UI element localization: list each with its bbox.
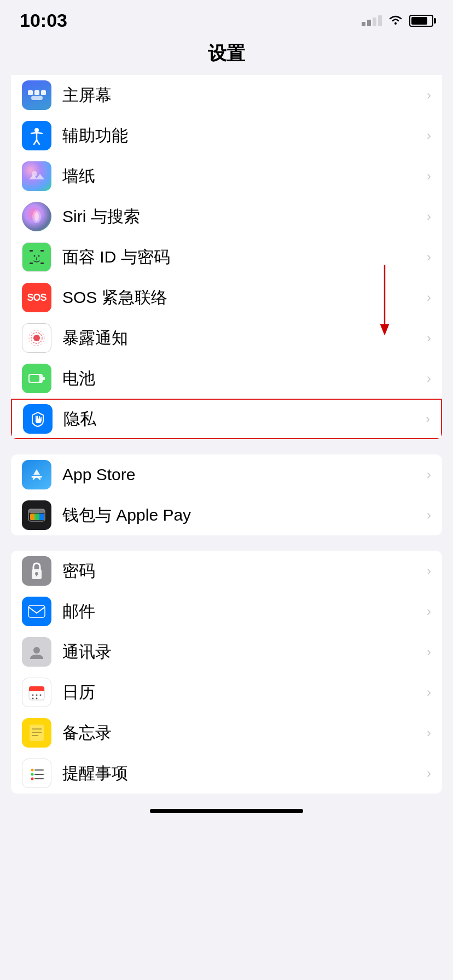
siri-icon: [22, 202, 51, 231]
svg-point-15: [33, 335, 40, 341]
settings-row-passwords[interactable]: 密码 ›: [11, 551, 442, 591]
settings-row-faceid[interactable]: 面容 ID 与密码 ›: [11, 237, 442, 277]
faceid-label: 面容 ID 与密码: [62, 246, 422, 269]
svg-rect-31: [28, 605, 45, 617]
faceid-chevron: ›: [427, 249, 431, 265]
reminders-label: 提醒事项: [62, 762, 422, 785]
privacy-icon: [23, 404, 53, 434]
svg-rect-21: [43, 377, 45, 380]
svg-rect-12: [40, 262, 44, 264]
svg-point-39: [40, 695, 42, 696]
wallet-label: 钱包与 Apple Pay: [62, 504, 422, 527]
svg-rect-4: [31, 96, 43, 100]
settings-row-dock[interactable]: 主屏幕 ›: [11, 75, 442, 115]
svg-point-48: [31, 773, 34, 776]
dock-icon: [22, 80, 51, 110]
mail-label: 邮件: [62, 600, 422, 623]
svg-rect-2: [34, 90, 39, 95]
battery-label: 电池: [62, 368, 422, 390]
svg-rect-32: [28, 605, 45, 617]
apps-settings-section: 密码 › 邮件 › 通讯录 ›: [11, 551, 442, 794]
settings-row-battery[interactable]: 电池 ›: [11, 358, 442, 399]
settings-row-contacts[interactable]: 通讯录 ›: [11, 632, 442, 672]
appstore-label: App Store: [62, 465, 422, 484]
svg-rect-24: [28, 509, 45, 513]
settings-row-siri[interactable]: Siri 与搜索 ›: [11, 196, 442, 237]
settings-row-notes[interactable]: 备忘录 ›: [11, 713, 442, 753]
accessibility-chevron: ›: [427, 128, 431, 143]
svg-point-0: [394, 22, 397, 25]
svg-point-38: [36, 695, 38, 696]
calendar-label: 日历: [62, 681, 422, 704]
svg-rect-11: [30, 262, 33, 264]
svg-point-14: [38, 255, 40, 257]
dock-label: 主屏幕: [62, 84, 422, 107]
calendar-chevron: ›: [427, 685, 431, 700]
notes-icon: [22, 718, 51, 748]
wallet-chevron: ›: [427, 508, 431, 523]
svg-point-46: [31, 769, 34, 772]
svg-rect-36: [29, 689, 44, 691]
accessibility-icon: [22, 121, 51, 150]
notes-chevron: ›: [427, 725, 431, 740]
page-title: 设置: [0, 36, 453, 75]
wallpaper-chevron: ›: [427, 168, 431, 184]
notes-label: 备忘录: [62, 722, 422, 744]
top-settings-section: 主屏幕 › 辅助功能 › 墙纸 ›: [11, 75, 442, 439]
svg-rect-3: [41, 90, 46, 95]
appstore-icon: [22, 460, 51, 489]
exposure-icon: [22, 323, 51, 353]
settings-row-sos[interactable]: SOS SOS 紧急联络 ›: [11, 277, 442, 318]
calendar-icon: [22, 678, 51, 707]
accessibility-label: 辅助功能: [62, 125, 422, 147]
svg-point-13: [34, 255, 36, 257]
settings-row-calendar[interactable]: 日历 ›: [11, 672, 442, 713]
mail-chevron: ›: [427, 604, 431, 619]
appstore-chevron: ›: [427, 467, 431, 482]
settings-row-wallpaper[interactable]: 墙纸 ›: [11, 156, 442, 196]
svg-rect-1: [28, 90, 33, 95]
mail-icon: [22, 597, 51, 626]
settings-row-reminders[interactable]: 提醒事项 ›: [11, 753, 442, 794]
battery-chevron: ›: [427, 371, 431, 386]
signal-icon: [362, 15, 382, 26]
settings-row-wallet[interactable]: 钱包与 Apple Pay ›: [11, 495, 442, 535]
settings-row-accessibility[interactable]: 辅助功能 ›: [11, 115, 442, 156]
exposure-chevron: ›: [427, 330, 431, 346]
privacy-chevron: ›: [426, 411, 430, 427]
status-time: 10:03: [20, 10, 67, 31]
home-indicator: [150, 809, 303, 813]
svg-rect-9: [30, 250, 33, 252]
wallpaper-icon: [22, 161, 51, 191]
svg-rect-27: [39, 514, 44, 520]
contacts-label: 通讯录: [62, 641, 422, 663]
settings-row-exposure[interactable]: 暴露通知 ›: [11, 318, 442, 358]
svg-point-8: [34, 212, 39, 221]
sos-label: SOS 紧急联络: [62, 287, 422, 309]
battery-row-icon: [22, 364, 51, 393]
contacts-icon: [22, 637, 51, 667]
svg-point-5: [34, 128, 39, 132]
app-settings-section: App Store › 钱包与 Apple Pay ›: [11, 454, 442, 535]
passwords-label: 密码: [62, 560, 422, 582]
contacts-chevron: ›: [427, 644, 431, 660]
status-icons: [362, 13, 433, 28]
svg-point-33: [33, 647, 40, 654]
reminders-chevron: ›: [427, 766, 431, 781]
sos-icon: SOS: [22, 283, 51, 312]
svg-point-37: [32, 695, 34, 696]
siri-label: Siri 与搜索: [62, 206, 422, 228]
battery-icon: [409, 15, 433, 27]
wallpaper-label: 墙纸: [62, 165, 422, 188]
status-bar: 10:03: [0, 0, 453, 36]
settings-row-appstore[interactable]: App Store ›: [11, 454, 442, 495]
wallet-icon: [22, 500, 51, 530]
reminders-icon: [22, 759, 51, 788]
svg-point-40: [32, 698, 34, 699]
svg-point-41: [36, 698, 38, 699]
settings-row-privacy[interactable]: 隐私 ›: [11, 399, 442, 439]
wifi-icon: [387, 13, 404, 28]
siri-chevron: ›: [427, 209, 431, 224]
privacy-label: 隐私: [63, 408, 421, 430]
settings-row-mail[interactable]: 邮件 ›: [11, 591, 442, 632]
